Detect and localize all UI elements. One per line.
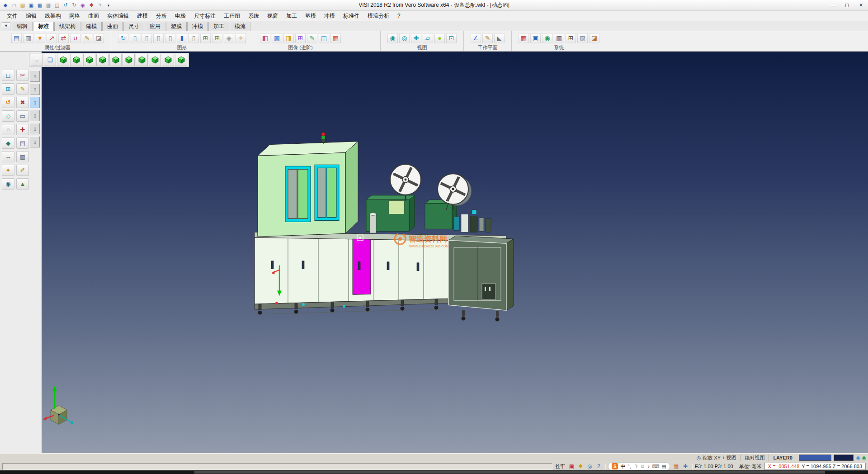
render-tray-icon[interactable]: ✱	[577, 463, 584, 469]
cylinder-4-icon[interactable]: ▯	[165, 33, 175, 43]
more-tools-icon[interactable]: ▾	[104, 1, 113, 9]
view-iso-icon[interactable]	[57, 54, 69, 66]
save-all-icon[interactable]: ▦	[36, 1, 44, 9]
arrows-swap-icon[interactable]: ⇄	[58, 33, 69, 43]
cross-snap-icon[interactable]: ✚	[682, 463, 689, 469]
tab-dropdown-button[interactable]: ▼	[2, 22, 10, 30]
grid-box-2-icon[interactable]: ⊞	[212, 33, 222, 43]
menu-item[interactable]: 工程图	[220, 11, 244, 21]
menu-item[interactable]: 实体编辑	[103, 11, 133, 21]
views-menu-icon[interactable]: ≡	[31, 54, 43, 66]
menu-item[interactable]: 文件	[3, 11, 22, 21]
sheet-tab-3[interactable]: ▯	[30, 97, 40, 108]
system-monitor-icon[interactable]: ▣	[530, 33, 541, 43]
shading-bulb-icon[interactable]: ●	[434, 33, 445, 43]
magnet-icon[interactable]: ∪	[70, 33, 80, 43]
workplane-axis-icon[interactable]: ∠	[471, 33, 481, 43]
tab-item[interactable]: 加工	[208, 22, 229, 31]
arrow-up-icon[interactable]: ↗	[47, 33, 57, 43]
pen-icon[interactable]: ✐	[16, 165, 29, 176]
triangle-icon[interactable]: ▲	[16, 178, 29, 190]
command-field[interactable]	[2, 463, 552, 470]
sheet-tab-1[interactable]: ▯	[30, 71, 40, 82]
save-file-icon[interactable]: ▣	[27, 1, 35, 9]
tab-item[interactable]: 编辑	[12, 22, 33, 31]
tab-item[interactable]: 应用	[145, 22, 165, 31]
image-pair-icon[interactable]: ◫	[319, 33, 329, 43]
background-color-bar[interactable]	[834, 455, 854, 461]
menu-item[interactable]: 编辑	[22, 11, 41, 21]
view-left-icon[interactable]	[109, 54, 122, 66]
pan-icon[interactable]: ✚	[411, 33, 421, 43]
redo-icon[interactable]: ↻	[70, 1, 78, 9]
menu-item[interactable]: ?	[393, 12, 405, 20]
menu-item[interactable]: 模流分析	[363, 11, 393, 21]
select-icon[interactable]: ◻	[2, 70, 14, 81]
tab-item[interactable]: 冲模	[187, 22, 208, 31]
layer-color-bar[interactable]	[799, 455, 831, 461]
magnifier-tray-icon[interactable]: ◎	[586, 463, 593, 469]
capture-icon[interactable]: ◉	[79, 1, 87, 9]
system-dots-icon[interactable]: ▨	[577, 33, 588, 43]
print-icon[interactable]: ▥	[44, 1, 52, 9]
menu-item[interactable]: 尺寸标注	[190, 11, 220, 21]
compass-icon[interactable]: ✧	[236, 33, 246, 43]
layer-button[interactable]: LAYER0	[769, 455, 796, 461]
system-rubik-icon[interactable]: ▦	[519, 33, 529, 43]
target-icon[interactable]: ◉	[2, 178, 14, 190]
layers-icon[interactable]: ▤	[16, 137, 29, 149]
image-table-icon[interactable]: ▦	[330, 33, 341, 43]
rotate-icon[interactable]: ↺	[2, 97, 14, 108]
system-calc-icon[interactable]: ▥	[554, 33, 564, 43]
edit-pencil-icon[interactable]: ✎	[82, 33, 92, 43]
refresh-icon[interactable]: ↻	[118, 33, 128, 43]
grid-icon[interactable]: ⊞	[2, 83, 14, 95]
help-icon[interactable]: ?	[96, 1, 104, 9]
system-table-icon[interactable]: ⊞	[566, 33, 576, 43]
menu-item[interactable]: 视窗	[263, 11, 282, 21]
delete-icon[interactable]: ✖	[16, 97, 29, 108]
list-icon[interactable]: ▥	[16, 151, 29, 162]
image-grid-icon[interactable]: ▩	[272, 33, 282, 43]
spark-icon[interactable]: ✦	[2, 165, 14, 176]
open-file-icon[interactable]: ▤	[19, 1, 27, 9]
system-slope-icon[interactable]: ◪	[589, 33, 599, 43]
tab-active[interactable]: 标准	[33, 22, 54, 31]
network-icon[interactable]: ◉	[862, 455, 866, 461]
ime-voice-icon[interactable]: ♪	[647, 464, 650, 469]
view-bottom-icon[interactable]	[136, 54, 148, 66]
view-top-icon[interactable]	[70, 54, 82, 66]
view-dimetric-icon[interactable]	[162, 54, 174, 66]
menu-item[interactable]: 塑模	[301, 11, 320, 21]
viewport-3d[interactable]: 智造资料网 WWW.ZHIZAOZILIAO.COM	[42, 52, 868, 453]
sheet-tab-4[interactable]: ▯	[30, 110, 40, 121]
image-half-icon[interactable]: ◨	[283, 33, 294, 43]
cylinder-3-icon[interactable]: ▯	[153, 33, 164, 43]
view-back-icon[interactable]	[123, 54, 135, 66]
point-icon[interactable]: ✚	[16, 124, 29, 135]
ime-punct-icon[interactable]: °,	[627, 464, 631, 469]
sheet-tab-5[interactable]: ▯	[30, 123, 40, 134]
ime-logo-icon[interactable]: S	[612, 463, 618, 469]
gem-icon[interactable]: ◈	[224, 33, 234, 43]
menu-item[interactable]: 曲面	[84, 11, 103, 21]
menu-item[interactable]: 网格	[65, 11, 84, 21]
workplane-edit-icon[interactable]: ✎	[482, 33, 493, 43]
grid-box-1-icon[interactable]: ⊞	[200, 33, 211, 43]
menu-item[interactable]: 系统	[244, 11, 263, 21]
capture-tray-icon[interactable]: ▣	[568, 463, 575, 469]
cylinder-2-icon[interactable]: ▯	[142, 33, 152, 43]
tab-item[interactable]: 模流	[230, 22, 250, 31]
sheet-tab-6[interactable]: ▯	[30, 136, 40, 147]
workplane-3pt-icon[interactable]: ◣	[494, 33, 505, 43]
taskbar-strip[interactable]	[0, 470, 868, 474]
world-icon[interactable]: ◉	[856, 455, 861, 461]
eraser-icon[interactable]: ◪	[94, 33, 104, 43]
sketch-icon[interactable]: ✎	[16, 83, 29, 95]
attributes-layers-icon[interactable]: ▤	[11, 33, 22, 43]
sheet-tab-2[interactable]: ▯	[30, 84, 40, 95]
snap-grid-icon[interactable]: ▦	[673, 463, 680, 469]
view-target-icon[interactable]: ⊡	[446, 33, 457, 43]
lock-label[interactable]: 拴牢	[555, 463, 565, 470]
menu-item[interactable]: 加工	[282, 11, 301, 21]
